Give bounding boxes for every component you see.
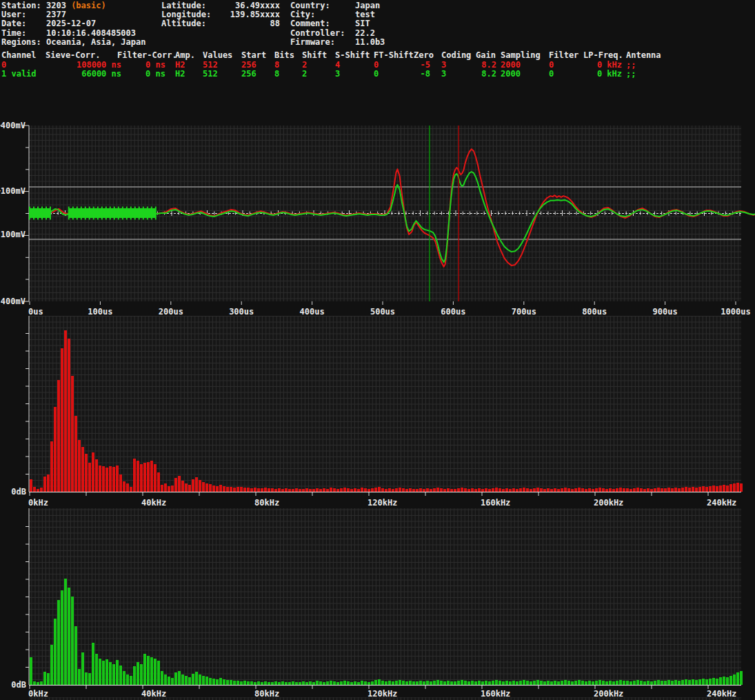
plots-canvas: +400mV+100mV-100mV-400mV0us100us200us300… bbox=[0, 0, 755, 700]
spectrum-channel-1-plot-area bbox=[29, 508, 741, 685]
waveform-x-label: 800us bbox=[582, 307, 607, 317]
header-row: Firmware:11.0b3 bbox=[290, 37, 385, 47]
channel-0-cell-sieve-corr-: 108000 ns bbox=[46, 60, 121, 70]
spectrum-channel-0-x-ticks bbox=[30, 492, 708, 496]
channel-1-cell-start: 256 bbox=[241, 69, 269, 79]
channel-1-cell-sampling: 2000 bbox=[501, 69, 543, 79]
channel-0-cell-values: 512 bbox=[203, 60, 233, 70]
header-value: test bbox=[340, 10, 375, 19]
channel-0-cell-ft-shift: 0 bbox=[374, 60, 415, 70]
header-value: SIT bbox=[340, 19, 370, 28]
header-value: 10:10:16.408485003 bbox=[46, 28, 136, 38]
channel-0-cell-coding: 3 bbox=[441, 60, 473, 70]
channel-1-cell-gain: 8.2 bbox=[470, 69, 496, 79]
header-label: Comment: bbox=[290, 19, 340, 28]
waveform-x-ticks bbox=[30, 301, 736, 305]
header-label: Controller: bbox=[290, 28, 355, 38]
header-label: Longitude: bbox=[161, 10, 221, 19]
header-value: 2025-12-07 bbox=[46, 19, 96, 28]
column-header-s-shift: S-Shift bbox=[335, 50, 370, 60]
header-label: City: bbox=[290, 10, 340, 19]
header-row: Longitude:139.85xxxx bbox=[161, 10, 280, 19]
header-label: Firmware: bbox=[290, 37, 340, 47]
header-row: User:2377 bbox=[1, 10, 66, 19]
header-label: Station: bbox=[1, 1, 46, 10]
spectrum-channel-0-x-label: 240kHz bbox=[707, 498, 736, 508]
waveform-x-label: 1000us bbox=[721, 307, 750, 317]
spectrum-channel-1-x-label: 80kHz bbox=[254, 689, 279, 699]
waveform-y-ticks bbox=[23, 126, 29, 301]
header-label: Date: bbox=[1, 19, 46, 28]
column-header-ft-shift: FT-Shift bbox=[374, 50, 414, 60]
column-header-values: Values bbox=[203, 50, 232, 60]
waveform-x-label: 900us bbox=[653, 307, 678, 317]
channel-1-cell-s-shift: 3 bbox=[335, 69, 372, 79]
spectrum-channel-1-db-label: 0dB bbox=[11, 680, 26, 690]
header-row: Regions:Oceania, Asia, Japan bbox=[1, 37, 146, 47]
spectrum-channel-1-x-label: 240kHz bbox=[707, 689, 736, 699]
header-row: Controller:22.2 bbox=[290, 28, 375, 38]
channel-1-cell-filter-corr-: 0 ns bbox=[117, 69, 165, 79]
waveform-x-label: 300us bbox=[229, 307, 254, 317]
spectrum-channel-0-x-label: 40kHz bbox=[141, 498, 166, 508]
channel-0-cell-sampling: 2000 bbox=[501, 60, 543, 70]
header-value: 36.49xxxx bbox=[221, 1, 280, 10]
column-header-antenna: Antenna bbox=[626, 50, 661, 60]
spectrum-channel-0-x-label: 160kHz bbox=[481, 498, 510, 508]
channel-0-cell-zero: -5 bbox=[411, 60, 430, 70]
spectrum-channel-0-x-label: 80kHz bbox=[254, 498, 279, 508]
signal-monitor-app: { "colors": { "background": "#111111", "… bbox=[0, 0, 755, 700]
next-plot-clipped-band bbox=[29, 697, 741, 700]
channel-1-cell-filter: 0 bbox=[549, 69, 581, 79]
waveform-y-label: +400mV bbox=[0, 121, 26, 130]
column-header-lp-freq-: LP-Freq. bbox=[583, 50, 623, 60]
channel-0-cell-bits: 8 bbox=[274, 60, 296, 70]
channel-0-cell-s-shift: 4 bbox=[335, 60, 372, 70]
spectrum-channel-1-y-ticks bbox=[26, 527, 29, 668]
channel-1-cell-amp-: H2 bbox=[175, 69, 200, 79]
column-header-sieve-corr-: Sieve-Corr. bbox=[46, 50, 100, 60]
header-label: Altitude: bbox=[161, 19, 221, 28]
waveform-x-label: 400us bbox=[300, 307, 325, 317]
header-row: City:test bbox=[290, 10, 375, 19]
column-header-zero: Zero bbox=[414, 50, 434, 60]
waveform-y-label: -400mV bbox=[0, 297, 26, 306]
spectrum-channel-0-x-label: 200kHz bbox=[594, 498, 623, 508]
channel-0-cell-lp-freq-: 0 kHz bbox=[578, 60, 622, 70]
header-row: Country:Japan bbox=[290, 1, 380, 10]
spectrum-channel-1-x-label: 200kHz bbox=[594, 689, 623, 699]
channel-1-cell-bits: 8 bbox=[274, 69, 296, 79]
column-header-gain: Gain bbox=[476, 50, 496, 60]
header-value: 2377 bbox=[46, 10, 66, 19]
channel-1-cell-values: 512 bbox=[203, 69, 233, 79]
channel-1-cell-sieve-corr-: 66000 ns bbox=[46, 69, 121, 79]
column-header-sampling: Sampling bbox=[501, 50, 541, 60]
header-row: Date:2025-12-07 bbox=[1, 19, 96, 28]
waveform-x-label: 0us bbox=[28, 307, 43, 317]
header-label: User: bbox=[1, 10, 46, 19]
channel-0-cell-start: 256 bbox=[241, 60, 269, 70]
header-row: Latitude:36.49xxxx bbox=[161, 1, 280, 10]
header-label: Latitude: bbox=[161, 1, 221, 10]
column-header-bits: Bits bbox=[274, 50, 294, 60]
waveform-x-label: 500us bbox=[370, 307, 395, 317]
header-value: 3203 bbox=[46, 1, 66, 10]
waveform-x-label: 600us bbox=[441, 307, 465, 317]
header-row: Comment:SIT bbox=[290, 19, 370, 28]
channel-1-cell-shift: 2 bbox=[302, 69, 330, 79]
header-value: 22.2 bbox=[355, 28, 375, 38]
column-header-filter: Filter bbox=[549, 50, 578, 60]
channel-0-cell-filter: 0 bbox=[549, 60, 581, 70]
spectrum-channel-0-x-label: 120kHz bbox=[368, 498, 397, 508]
waveform-x-label: 100us bbox=[88, 307, 112, 317]
column-header-amp-: Amp. bbox=[175, 50, 195, 60]
spectrum-channel-0-db-label: 0dB bbox=[11, 487, 26, 497]
column-header-shift: Shift bbox=[302, 50, 327, 60]
waveform-x-label: 700us bbox=[512, 307, 536, 317]
channel-0-cell-antenna: ;; bbox=[626, 60, 665, 70]
channel-1-cell-zero: -8 bbox=[411, 69, 430, 79]
channel-1-cell-ft-shift: 0 bbox=[374, 69, 415, 79]
waveform-y-label: +100mV bbox=[0, 186, 26, 196]
header-label: Time: bbox=[1, 28, 46, 38]
waveform-y-label: -100mV bbox=[0, 230, 26, 239]
